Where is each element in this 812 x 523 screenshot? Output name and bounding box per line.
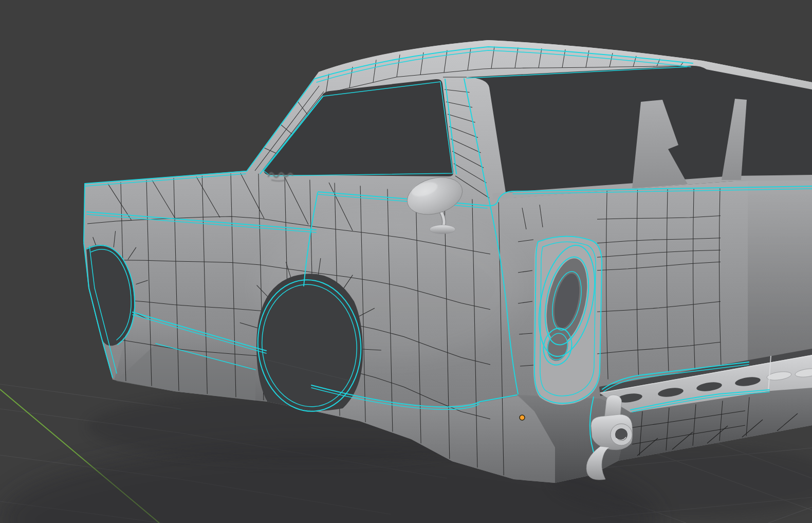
front-wheel-arch-opening: [256, 274, 363, 411]
object-origin-point[interactable]: [520, 415, 525, 420]
far-side-shading: [748, 175, 812, 381]
viewport-canvas: 3D viewport: [0, 0, 812, 523]
mirror-base: [430, 225, 455, 234]
3d-viewport[interactable]: 3D viewport: [0, 0, 812, 523]
